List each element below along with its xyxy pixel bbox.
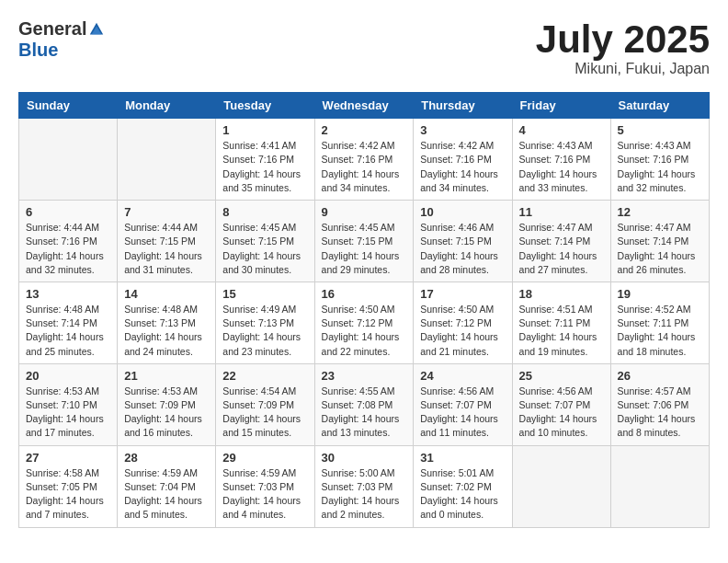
week-row-4: 20Sunrise: 4:53 AMSunset: 7:10 PMDayligh…: [19, 363, 710, 445]
week-row-1: 1Sunrise: 4:41 AMSunset: 7:16 PMDaylight…: [19, 119, 710, 201]
sunset-text: Sunset: 7:15 PM: [124, 235, 209, 248]
daylight-text: Daylight: 14 hours and 18 minutes.: [618, 330, 702, 358]
sunset-text: Sunset: 7:03 PM: [222, 480, 307, 494]
sunset-text: Sunset: 7:13 PM: [222, 316, 307, 330]
sunrise-text: Sunrise: 5:01 AM: [420, 466, 505, 480]
sunrise-text: Sunrise: 4:46 AM: [420, 221, 505, 235]
daylight-text: Daylight: 14 hours and 27 minutes.: [519, 249, 604, 277]
calendar-cell: 18Sunrise: 4:51 AMSunset: 7:11 PMDayligh…: [512, 282, 610, 363]
daylight-text: Daylight: 14 hours and 25 minutes.: [26, 330, 110, 358]
day-number: 9: [322, 205, 407, 219]
sunset-text: Sunset: 7:15 PM: [222, 235, 307, 248]
sunset-text: Sunset: 7:14 PM: [618, 235, 702, 248]
daylight-text: Daylight: 14 hours and 5 minutes.: [124, 494, 209, 522]
sunset-text: Sunset: 7:14 PM: [519, 235, 604, 248]
daylight-text: Daylight: 14 hours and 15 minutes.: [222, 412, 307, 440]
daylight-text: Daylight: 14 hours and 13 minutes.: [322, 412, 407, 440]
sunset-text: Sunset: 7:02 PM: [420, 480, 505, 494]
sunset-text: Sunset: 7:05 PM: [26, 480, 110, 494]
daylight-text: Daylight: 14 hours and 21 minutes.: [420, 330, 505, 358]
day-number: 24: [420, 369, 505, 383]
sunrise-text: Sunrise: 4:53 AM: [26, 385, 110, 398]
sunset-text: Sunset: 7:03 PM: [322, 480, 407, 494]
day-info: Sunrise: 4:59 AMSunset: 7:04 PMDaylight:…: [124, 466, 209, 523]
daylight-text: Daylight: 14 hours and 34 minutes.: [420, 167, 505, 195]
daylight-text: Daylight: 14 hours and 29 minutes.: [322, 249, 407, 277]
day-info: Sunrise: 4:59 AMSunset: 7:03 PMDaylight:…: [222, 466, 307, 523]
calendar-cell: 12Sunrise: 4:47 AMSunset: 7:14 PMDayligh…: [610, 201, 709, 282]
calendar-cell: 5Sunrise: 4:43 AMSunset: 7:16 PMDaylight…: [610, 119, 709, 201]
calendar-cell: 20Sunrise: 4:53 AMSunset: 7:10 PMDayligh…: [19, 363, 118, 445]
sunset-text: Sunset: 7:07 PM: [420, 398, 505, 412]
sunrise-text: Sunrise: 4:49 AM: [222, 303, 307, 316]
calendar-cell: 13Sunrise: 4:48 AMSunset: 7:14 PMDayligh…: [19, 282, 118, 363]
day-info: Sunrise: 4:51 AMSunset: 7:11 PMDaylight:…: [519, 303, 604, 359]
calendar-cell: 2Sunrise: 4:42 AMSunset: 7:16 PMDaylight…: [314, 119, 414, 201]
calendar-cell: 11Sunrise: 4:47 AMSunset: 7:14 PMDayligh…: [512, 201, 610, 282]
sunrise-text: Sunrise: 4:47 AM: [618, 221, 702, 235]
day-number: 10: [420, 205, 505, 219]
day-number: 16: [322, 287, 407, 301]
sunrise-text: Sunrise: 4:42 AM: [322, 139, 407, 153]
week-row-3: 13Sunrise: 4:48 AMSunset: 7:14 PMDayligh…: [19, 282, 710, 363]
day-number: 4: [519, 123, 604, 137]
calendar-cell: 28Sunrise: 4:59 AMSunset: 7:04 PMDayligh…: [118, 445, 216, 527]
day-number: 31: [420, 451, 505, 465]
day-info: Sunrise: 4:47 AMSunset: 7:14 PMDaylight:…: [519, 221, 604, 277]
daylight-text: Daylight: 14 hours and 10 minutes.: [519, 412, 604, 440]
sunset-text: Sunset: 7:15 PM: [420, 235, 505, 248]
day-number: 26: [618, 369, 702, 383]
day-info: Sunrise: 4:58 AMSunset: 7:05 PMDaylight:…: [26, 466, 110, 523]
sunset-text: Sunset: 7:06 PM: [618, 398, 702, 412]
calendar-cell: 31Sunrise: 5:01 AMSunset: 7:02 PMDayligh…: [414, 445, 512, 527]
day-info: Sunrise: 4:44 AMSunset: 7:15 PMDaylight:…: [124, 221, 209, 277]
day-info: Sunrise: 4:45 AMSunset: 7:15 PMDaylight:…: [222, 221, 307, 277]
day-info: Sunrise: 4:42 AMSunset: 7:16 PMDaylight:…: [322, 139, 407, 195]
day-info: Sunrise: 4:54 AMSunset: 7:09 PMDaylight:…: [222, 385, 307, 441]
day-info: Sunrise: 4:46 AMSunset: 7:15 PMDaylight:…: [420, 221, 505, 277]
day-number: 5: [618, 123, 702, 137]
daylight-text: Daylight: 14 hours and 31 minutes.: [124, 249, 209, 277]
day-info: Sunrise: 4:44 AMSunset: 7:16 PMDaylight:…: [26, 221, 110, 277]
day-number: 27: [26, 451, 110, 465]
sunrise-text: Sunrise: 4:59 AM: [124, 466, 209, 480]
daylight-text: Daylight: 14 hours and 0 minutes.: [420, 494, 505, 522]
day-number: 29: [222, 451, 307, 465]
calendar-cell: 15Sunrise: 4:49 AMSunset: 7:13 PMDayligh…: [216, 282, 314, 363]
calendar-cell: 3Sunrise: 4:42 AMSunset: 7:16 PMDaylight…: [414, 119, 512, 201]
day-info: Sunrise: 4:53 AMSunset: 7:10 PMDaylight:…: [26, 385, 110, 441]
day-number: 20: [26, 369, 110, 383]
day-number: 12: [618, 205, 702, 219]
sunrise-text: Sunrise: 4:41 AM: [222, 139, 307, 153]
sunset-text: Sunset: 7:07 PM: [519, 398, 604, 412]
daylight-text: Daylight: 14 hours and 33 minutes.: [519, 167, 604, 195]
sunrise-text: Sunrise: 4:55 AM: [322, 385, 407, 398]
calendar-cell: 19Sunrise: 4:52 AMSunset: 7:11 PMDayligh…: [610, 282, 709, 363]
calendar-cell: 30Sunrise: 5:00 AMSunset: 7:03 PMDayligh…: [314, 445, 414, 527]
daylight-text: Daylight: 14 hours and 2 minutes.: [322, 494, 407, 522]
day-info: Sunrise: 4:43 AMSunset: 7:16 PMDaylight:…: [618, 139, 702, 195]
calendar-cell: 27Sunrise: 4:58 AMSunset: 7:05 PMDayligh…: [19, 445, 118, 527]
day-info: Sunrise: 5:00 AMSunset: 7:03 PMDaylight:…: [322, 466, 407, 523]
calendar-cell: 9Sunrise: 4:45 AMSunset: 7:15 PMDaylight…: [314, 201, 414, 282]
day-info: Sunrise: 4:57 AMSunset: 7:06 PMDaylight:…: [618, 385, 702, 441]
day-info: Sunrise: 4:50 AMSunset: 7:12 PMDaylight:…: [322, 303, 407, 359]
calendar-cell: 26Sunrise: 4:57 AMSunset: 7:06 PMDayligh…: [610, 363, 709, 445]
day-info: Sunrise: 4:48 AMSunset: 7:14 PMDaylight:…: [26, 303, 110, 359]
logo-blue-text: Blue: [18, 40, 58, 61]
calendar-cell: 29Sunrise: 4:59 AMSunset: 7:03 PMDayligh…: [216, 445, 314, 527]
sunrise-text: Sunrise: 4:56 AM: [420, 385, 505, 398]
calendar: SundayMondayTuesdayWednesdayThursdayFrid…: [18, 92, 710, 527]
day-number: 18: [519, 287, 604, 301]
daylight-text: Daylight: 14 hours and 34 minutes.: [322, 167, 407, 195]
daylight-text: Daylight: 14 hours and 17 minutes.: [26, 412, 110, 440]
sunset-text: Sunset: 7:16 PM: [420, 153, 505, 167]
day-number: 8: [222, 205, 307, 219]
calendar-cell: 25Sunrise: 4:56 AMSunset: 7:07 PMDayligh…: [512, 363, 610, 445]
sunset-text: Sunset: 7:14 PM: [26, 316, 110, 330]
sunrise-text: Sunrise: 4:48 AM: [124, 303, 209, 316]
daylight-text: Daylight: 14 hours and 23 minutes.: [222, 330, 307, 358]
location: Mikuni, Fukui, Japan: [536, 61, 710, 77]
daylight-text: Daylight: 14 hours and 32 minutes.: [618, 167, 702, 195]
day-info: Sunrise: 4:49 AMSunset: 7:13 PMDaylight:…: [222, 303, 307, 359]
